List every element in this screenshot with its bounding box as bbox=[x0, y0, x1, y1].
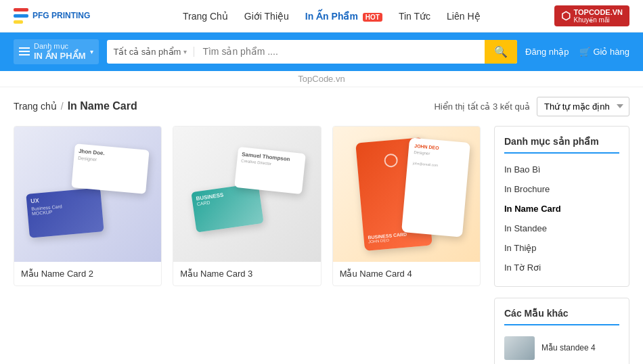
card-blue-mockup: UX Business Card MOCKUP bbox=[26, 187, 104, 237]
product-card-3[interactable]: BUSINESS CARD JOHN DEO JOHN DEO Designer… bbox=[332, 126, 481, 286]
menu-item-tintuc[interactable]: Tin Tức bbox=[399, 11, 430, 22]
product-image-1: UX Business Card MOCKUP Jhon Doe. Design… bbox=[14, 127, 161, 262]
logo-text: PFG PRINTING bbox=[32, 11, 90, 20]
search-filter-dropdown[interactable]: Tất cả sản phẩm ▾ bbox=[107, 47, 195, 57]
top-right: ⬡ TOPCODE.VN Khuyến mãi bbox=[554, 5, 629, 26]
search-input[interactable] bbox=[194, 41, 485, 62]
sidebar-item-innamecard[interactable]: In Name Card bbox=[504, 200, 619, 218]
top-nav: PFG PRINTING Trang Chủ Giới Thiệu In Ấn … bbox=[0, 0, 643, 32]
result-count: Hiển thị tất cả 3 kết quả bbox=[434, 101, 530, 112]
hot-badge: HOT bbox=[363, 13, 382, 22]
product-image-3: BUSINESS CARD JOHN DEO JOHN DEO Designer… bbox=[333, 127, 480, 262]
sidebar-item-inbrochure[interactable]: In Brochure bbox=[504, 180, 619, 198]
topcode-logo: ⬡ bbox=[561, 9, 571, 22]
card-diamond-icon bbox=[383, 153, 398, 168]
watermark-text: TopCode.vn bbox=[298, 74, 345, 84]
product-name-1: Mẫu Name Card 2 bbox=[14, 262, 161, 286]
menu-item-trangchu[interactable]: Trang Chủ bbox=[183, 11, 228, 22]
card-teal-mockup: BUSINESS CARD bbox=[192, 183, 264, 232]
top-right-actions: Đăng nhập 🛒 Giỏ hàng bbox=[525, 47, 629, 57]
topcode-badge[interactable]: ⬡ TOPCODE.VN Khuyến mãi bbox=[554, 5, 629, 26]
topcode-sub: Khuyến mãi bbox=[573, 16, 623, 24]
cart-button[interactable]: 🛒 Giỏ hàng bbox=[579, 47, 629, 57]
sidebar: Danh mục sản phẩm In Bao Bì In Brochure … bbox=[494, 126, 629, 364]
search-icon: 🔍 bbox=[494, 46, 508, 58]
sidebar-item-inbaabi[interactable]: In Bao Bì bbox=[504, 160, 619, 179]
other-item-standee4[interactable]: Mẫu standee 4 bbox=[504, 332, 619, 364]
other-thumb-standee4 bbox=[504, 336, 535, 360]
sidebar-categories-section: Danh mục sản phẩm In Bao Bì In Brochure … bbox=[494, 126, 629, 287]
sidebar-item-inthiep[interactable]: In Thiệp bbox=[504, 239, 619, 257]
filter-label: Tất cả sản phẩm bbox=[114, 47, 181, 57]
breadcrumb: Trang chủ / In Name Card bbox=[14, 100, 137, 112]
search-bar: Danh mục IN ẤN PHẨM ▾ Tất cả sản phẩm ▾ … bbox=[0, 32, 643, 71]
search-area: Tất cả sản phẩm ▾ 🔍 bbox=[107, 40, 518, 64]
products-area: UX Business Card MOCKUP Jhon Doe. Design… bbox=[14, 126, 481, 364]
product-image-2: BUSINESS CARD Samuel Thompson Creative D… bbox=[173, 127, 320, 262]
breadcrumb-current: In Name Card bbox=[68, 100, 137, 112]
other-name-standee4: Mẫu standee 4 bbox=[541, 343, 596, 352]
category-label: Danh mục IN ẤN PHẨM bbox=[34, 42, 86, 62]
sidebar-item-instandee[interactable]: In Standee bbox=[504, 219, 619, 237]
sidebar-item-intoroi[interactable]: In Tờ Rơi bbox=[504, 258, 619, 277]
category-toggle[interactable]: Danh mục IN ẤN PHẨM ▾ bbox=[14, 39, 99, 64]
sidebar-category-title: Danh mục sản phẩm bbox=[504, 136, 619, 154]
breadcrumb-row: Trang chủ / In Name Card Hiển thị tất cả… bbox=[0, 87, 643, 126]
product-card-1[interactable]: UX Business Card MOCKUP Jhon Doe. Design… bbox=[14, 126, 162, 286]
card-white-mockup-3: JOHN DEO Designer john@email.com bbox=[401, 137, 470, 237]
product-name-3: Mẫu Name Card 4 bbox=[333, 262, 480, 286]
breadcrumb-home[interactable]: Trang chủ bbox=[14, 101, 57, 112]
logo-icon bbox=[14, 8, 28, 24]
logo-area[interactable]: PFG PRINTING bbox=[14, 8, 108, 24]
chevron-down-icon: ▾ bbox=[90, 48, 93, 55]
hamburger-icon bbox=[19, 47, 30, 55]
menu-item-inanpham[interactable]: In Ấn Phẩm HOT bbox=[305, 11, 382, 22]
search-button[interactable]: 🔍 bbox=[485, 40, 517, 64]
main-menu: Trang Chủ Giới Thiệu In Ấn Phẩm HOT Tin … bbox=[108, 11, 554, 22]
product-name-2: Mẫu Name Card 3 bbox=[173, 262, 320, 286]
card-white-mockup-1: Jhon Doe. Designer bbox=[72, 143, 150, 194]
menu-item-lienhe[interactable]: Liên Hệ bbox=[447, 11, 480, 22]
cart-label: Giỏ hàng bbox=[593, 47, 629, 57]
breadcrumb-separator: / bbox=[61, 101, 64, 112]
product-grid: UX Business Card MOCKUP Jhon Doe. Design… bbox=[14, 126, 481, 286]
card-white-mockup-2: Samuel Thompson Creative Director bbox=[234, 147, 306, 194]
chevron-icon: ▾ bbox=[183, 48, 187, 55]
sidebar-menu: In Bao Bì In Brochure In Name Card In St… bbox=[504, 160, 619, 277]
login-button[interactable]: Đăng nhập bbox=[525, 47, 569, 57]
menu-item-gioithieu[interactable]: Giới Thiệu bbox=[244, 11, 289, 22]
product-card-2[interactable]: BUSINESS CARD Samuel Thompson Creative D… bbox=[173, 126, 321, 286]
sidebar-other-section: Các Mẫu khác Mẫu standee 4 bbox=[494, 298, 629, 364]
sort-area: Hiển thị tất cả 3 kết quả Thứ tự mặc địn… bbox=[434, 97, 629, 116]
topcode-name: TOPCODE.VN bbox=[573, 8, 623, 16]
sidebar-other-title: Các Mẫu khác bbox=[504, 308, 619, 325]
cart-icon: 🛒 bbox=[579, 47, 590, 57]
watermark-bar: TopCode.vn bbox=[0, 71, 643, 87]
main-layout: UX Business Card MOCKUP Jhon Doe. Design… bbox=[0, 126, 643, 364]
sort-select[interactable]: Thứ tự mặc định bbox=[537, 97, 629, 116]
